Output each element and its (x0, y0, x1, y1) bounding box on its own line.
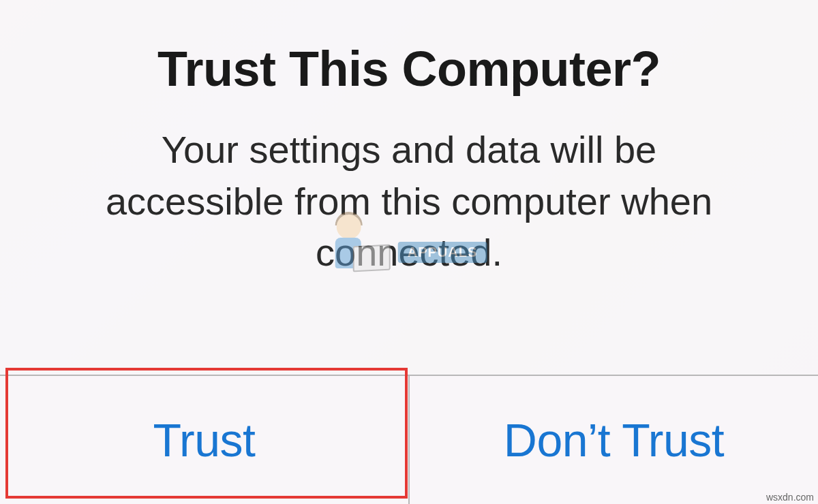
dialog-content: Trust This Computer? Your settings and d… (0, 0, 818, 375)
dialog-title: Trust This Computer? (157, 41, 661, 97)
trust-dialog: Trust This Computer? Your settings and d… (0, 0, 818, 504)
trust-button[interactable]: Trust (0, 376, 410, 504)
dialog-buttons: Trust Don’t Trust (0, 375, 818, 504)
source-label: wsxdn.com (766, 492, 814, 503)
dont-trust-button[interactable]: Don’t Trust (410, 376, 818, 504)
dialog-message: Your settings and data will be accessibl… (82, 124, 736, 279)
